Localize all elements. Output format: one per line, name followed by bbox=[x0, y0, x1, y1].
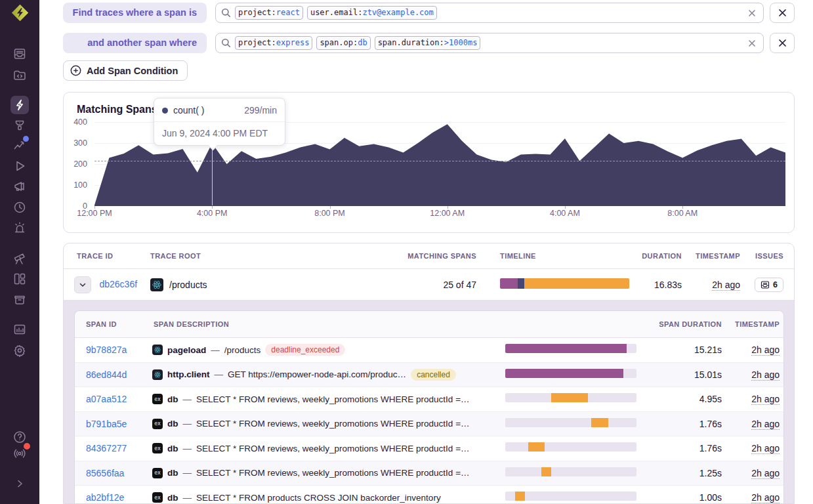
span-timestamp: 2h ago bbox=[751, 394, 780, 405]
sidebar-item-settings[interactable] bbox=[10, 341, 29, 360]
megaphone-icon bbox=[12, 179, 27, 194]
siren-icon bbox=[12, 220, 27, 235]
token-key: project: bbox=[238, 37, 276, 49]
sentry-logo-icon[interactable] bbox=[10, 3, 30, 22]
span-id-link[interactable]: a07aa512 bbox=[86, 394, 127, 404]
timeline-segment bbox=[500, 278, 518, 289]
timeline-segment bbox=[515, 492, 525, 501]
span-condition-search-input[interactable]: project:reactuser.email:ztv@example.com bbox=[215, 3, 764, 23]
sidebar bbox=[0, 0, 39, 504]
components-icon bbox=[12, 272, 27, 286]
trace-timestamp: 2h ago bbox=[712, 280, 740, 291]
separator: — bbox=[183, 419, 192, 429]
span-id-link[interactable]: 84367277 bbox=[86, 443, 127, 453]
telescope-icon bbox=[12, 251, 27, 266]
span-duration: 1.00s bbox=[640, 492, 725, 503]
span-op: db bbox=[167, 419, 178, 429]
sidebar-item-broadcast[interactable] bbox=[10, 444, 29, 463]
span-timestamp: 2h ago bbox=[751, 345, 780, 356]
span-duration: 4.95s bbox=[640, 394, 725, 404]
span-op: db bbox=[167, 444, 178, 453]
span-duration: 1.25s bbox=[640, 468, 725, 478]
timeline-segment bbox=[505, 344, 627, 353]
column-header: SPAN DURATION bbox=[640, 320, 725, 328]
sidebar-item-insights[interactable] bbox=[10, 136, 29, 154]
react-icon bbox=[150, 278, 163, 291]
span-row: 84367277 ex db — SELECT * FROM reviews, … bbox=[75, 436, 783, 461]
span-description: SELECT * FROM reviews, weekly_promotions… bbox=[196, 419, 470, 429]
span-duration: 15.01s bbox=[640, 369, 725, 380]
express-icon: ex bbox=[152, 468, 163, 478]
query-row-label: and another span where bbox=[63, 33, 207, 53]
clear-search-icon[interactable] bbox=[746, 7, 758, 19]
span-timeline-bar bbox=[505, 369, 636, 378]
sidebar-item-boxes[interactable] bbox=[10, 290, 29, 308]
span-timestamp: 2h ago bbox=[751, 443, 780, 454]
bar-chart-icon bbox=[12, 322, 27, 337]
sidebar-item-profiling[interactable] bbox=[10, 116, 29, 135]
span-condition-search-input[interactable]: project:expressspan.op:dbspan.duration:>… bbox=[215, 33, 764, 53]
token-key: user.email: bbox=[310, 7, 362, 18]
query-token[interactable]: project:react bbox=[235, 6, 303, 20]
span-op: http.client bbox=[167, 369, 210, 379]
status-badge: cancelled bbox=[411, 369, 456, 381]
query-token[interactable]: user.email:ztv@example.com bbox=[307, 6, 437, 20]
sidebar-item-collapse[interactable] bbox=[10, 474, 29, 493]
query-token[interactable]: project:express bbox=[235, 36, 312, 50]
trace-table-header: TRACE IDTRACE ROOTMATCHING SPANSTIMELINE… bbox=[64, 243, 794, 269]
expand-collapse-button[interactable] bbox=[74, 276, 91, 293]
gear-icon bbox=[12, 343, 27, 358]
sidebar-item-replays[interactable] bbox=[10, 198, 29, 217]
span-row: b791ba5e ex db — SELECT * FROM reviews, … bbox=[75, 411, 783, 436]
express-icon: ex bbox=[152, 419, 163, 429]
sidebar-item-projects[interactable] bbox=[10, 66, 29, 84]
span-timeline-bar bbox=[505, 442, 636, 452]
span-id-link[interactable]: b791ba5e bbox=[86, 419, 127, 429]
issues-button[interactable]: 6 bbox=[755, 278, 783, 292]
trace-explorer-page: Find traces where a span is project:reac… bbox=[0, 0, 813, 504]
remove-condition-button[interactable] bbox=[770, 33, 795, 53]
span-table-header: SPAN ID SPAN DESCRIPTION SPAN DURATION T… bbox=[75, 311, 783, 338]
column-header: TIMELINE bbox=[480, 252, 631, 260]
sidebar-item-traces[interactable] bbox=[10, 96, 29, 114]
span-id-link[interactable]: 86ed844d bbox=[86, 369, 127, 380]
x-axis-tick-label: 8:00 PM bbox=[314, 209, 345, 218]
add-span-condition-button[interactable]: Add Span Condition bbox=[63, 60, 188, 81]
clear-search-icon[interactable] bbox=[746, 37, 758, 49]
issues-icon bbox=[761, 280, 770, 289]
span-row: 9b78827a pageload — /productsdeadline_ex… bbox=[75, 338, 783, 362]
tooltip-series-name: count( ) bbox=[173, 105, 204, 116]
timeline-segment bbox=[551, 393, 588, 402]
token-key: span.duration: bbox=[378, 37, 444, 49]
span-timeline-bar bbox=[505, 418, 636, 427]
trace-id-link[interactable]: db26c36f bbox=[99, 279, 137, 289]
span-id-link[interactable]: 85656faa bbox=[86, 468, 124, 478]
timeline-segment bbox=[518, 278, 524, 289]
sidebar-item-discover[interactable] bbox=[10, 249, 29, 268]
sidebar-item-releases[interactable] bbox=[10, 157, 29, 175]
query-token[interactable]: span.duration:>1000ms bbox=[375, 36, 481, 50]
remove-condition-button[interactable] bbox=[770, 3, 795, 23]
sidebar-item-feedback[interactable] bbox=[10, 177, 29, 196]
span-id-link[interactable]: 9b78827a bbox=[86, 345, 127, 355]
archive-box-icon bbox=[12, 292, 27, 306]
issues-icon bbox=[12, 47, 27, 61]
sidebar-item-issues[interactable] bbox=[10, 45, 29, 63]
sidebar-item-alerts[interactable] bbox=[10, 219, 29, 237]
span-row: 85656faa ex db — SELECT * FROM reviews, … bbox=[75, 461, 783, 486]
token-value: react bbox=[276, 7, 300, 18]
sidebar-item-dashboards[interactable] bbox=[10, 270, 29, 288]
sidebar-item-stats[interactable] bbox=[10, 320, 29, 339]
x-axis-tick-label: 8:00 AM bbox=[667, 209, 698, 218]
span-id-link[interactable]: ab2bf12e bbox=[86, 492, 124, 503]
span-timestamp: 2h ago bbox=[751, 369, 780, 381]
trace-row: db26c36f /products 25 of 47 16.83s 2h ag… bbox=[64, 269, 794, 301]
search-icon bbox=[221, 8, 231, 18]
query-token[interactable]: span.op:db bbox=[316, 36, 370, 50]
y-axis-tick-label: 200 bbox=[64, 159, 87, 169]
span-timeline-bar bbox=[505, 344, 636, 353]
span-description: /products bbox=[224, 345, 261, 355]
timeline-segment bbox=[541, 467, 551, 476]
series-color-dot bbox=[162, 108, 168, 114]
span-description: GET https://empower-node-api.com/produc… bbox=[228, 369, 406, 379]
